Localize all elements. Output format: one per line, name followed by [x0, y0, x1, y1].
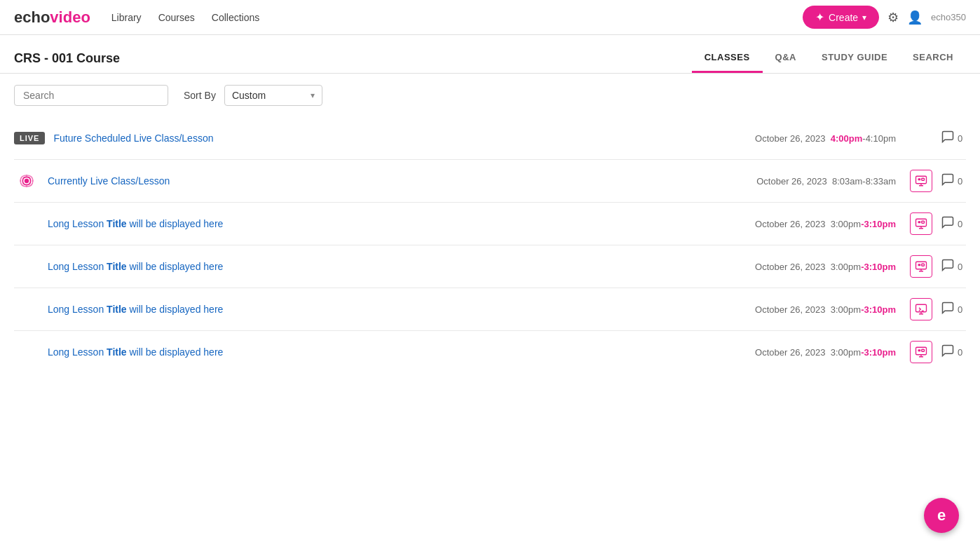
nav-library[interactable]: Library: [111, 12, 142, 23]
svg-rect-2: [918, 178, 921, 180]
capture-icon[interactable]: [910, 170, 932, 192]
lesson-date: October 26, 2023 3:00pm-3:10pm: [755, 219, 896, 229]
settings-icon[interactable]: ⚙: [887, 10, 899, 25]
comment-wrap: 0: [941, 301, 966, 318]
capture-icon[interactable]: [910, 341, 932, 363]
course-header: CRS - 001 Course CLASSES Q&A STUDY GUIDE…: [0, 35, 980, 74]
sort-label: Sort By: [184, 90, 216, 101]
capture-icon[interactable]: [910, 212, 932, 235]
capture-icon[interactable]: [910, 255, 932, 278]
lesson-row: Currently Live Class/Lesson October 26, …: [14, 160, 966, 203]
svg-rect-12: [916, 347, 927, 355]
comment-icon: [941, 215, 955, 233]
lesson-row: Long Lesson Title will be displayed here…: [14, 203, 966, 245]
comment-wrap: 0: [941, 173, 966, 190]
nav-courses[interactable]: Courses: [158, 12, 195, 23]
lesson-list: LIVE Future Scheduled Live Class/Lesson …: [0, 117, 980, 373]
svg-rect-6: [922, 221, 925, 223]
search-input-wrap[interactable]: [14, 85, 168, 106]
lesson-date: October 26, 2023 8:03am-8:33am: [756, 176, 896, 187]
comment-count: 0: [958, 304, 962, 315]
svg-rect-1: [916, 176, 927, 184]
comment-icon: [941, 130, 955, 147]
tab-qa[interactable]: Q&A: [763, 43, 809, 73]
lesson-title-3[interactable]: Long Lesson Title will be displayed here: [48, 304, 747, 315]
svg-rect-14: [922, 349, 925, 351]
svg-rect-13: [918, 349, 921, 351]
svg-rect-5: [918, 221, 921, 223]
lesson-row: Long Lesson Title will be displayed here…: [14, 245, 966, 288]
comment-wrap: 0: [941, 215, 966, 233]
create-label: Create: [829, 12, 858, 23]
comment-icon: [941, 344, 955, 361]
lesson-title-current-live[interactable]: Currently Live Class/Lesson: [48, 175, 748, 187]
comment-icon: [941, 173, 955, 190]
comment-wrap: 0: [941, 130, 966, 147]
lesson-row: Long Lesson Title will be displayed here…: [14, 331, 966, 373]
live-indicator-icon: [14, 174, 39, 188]
lesson-title-2[interactable]: Long Lesson Title will be displayed here: [48, 261, 747, 272]
lesson-title-future-live[interactable]: Future Scheduled Live Class/Lesson: [53, 133, 747, 144]
lesson-date: October 26, 2023 3:00pm-3:10pm: [755, 347, 896, 358]
nav-collections[interactable]: Collections: [212, 12, 259, 23]
svg-rect-10: [916, 304, 927, 312]
lesson-row: Long Lesson Title will be displayed here…: [14, 288, 966, 331]
tab-classes[interactable]: CLASSES: [692, 43, 763, 73]
comment-icon: [941, 258, 955, 276]
screen-icon[interactable]: [910, 298, 932, 320]
lesson-date: October 26, 2023 3:00pm-3:10pm: [755, 262, 896, 272]
lesson-title-4[interactable]: Long Lesson Title will be displayed here: [48, 346, 747, 358]
svg-rect-3: [922, 178, 925, 180]
comment-count: 0: [958, 262, 962, 272]
create-button[interactable]: ✦ Create ▾: [803, 6, 879, 29]
comment-wrap: 0: [941, 258, 966, 276]
logo-echo: echo: [14, 8, 50, 27]
course-tabs: CLASSES Q&A STUDY GUIDE SEARCH: [692, 43, 966, 73]
svg-rect-7: [916, 262, 927, 269]
chevron-down-icon: ▾: [862, 13, 866, 22]
comment-icon: [941, 301, 955, 318]
tab-study-guide[interactable]: STUDY GUIDE: [809, 43, 900, 73]
course-title: CRS - 001 Course: [14, 51, 120, 66]
svg-rect-4: [916, 219, 927, 227]
search-sort-bar: Sort By Custom Date Title Duration ▾: [0, 74, 980, 117]
echo350-label: echo350: [931, 12, 966, 22]
live-badge: LIVE: [14, 132, 45, 144]
top-nav: echovideo Library Courses Collections ✦ …: [0, 0, 980, 35]
sort-select[interactable]: Custom Date Title Duration: [232, 90, 305, 101]
comment-count: 0: [958, 347, 962, 358]
user-icon[interactable]: 👤: [907, 10, 923, 25]
comment-wrap: 0: [941, 344, 966, 361]
lesson-title-1[interactable]: Long Lesson Title will be displayed here: [48, 218, 747, 229]
nav-right: ✦ Create ▾ ⚙ 👤 echo350: [803, 6, 966, 29]
lesson-date: October 26, 2023 4:00pm-4:10pm: [755, 133, 896, 144]
comment-count: 0: [958, 133, 962, 144]
svg-rect-8: [918, 264, 921, 266]
comment-count: 0: [958, 219, 962, 229]
svg-rect-9: [922, 264, 925, 266]
lesson-row: LIVE Future Scheduled Live Class/Lesson …: [14, 117, 966, 160]
lesson-date: October 26, 2023 3:00pm-3:10pm: [755, 304, 896, 315]
logo[interactable]: echovideo: [14, 8, 90, 27]
svg-point-0: [25, 179, 29, 183]
sort-chevron-icon: ▾: [311, 90, 315, 100]
search-input[interactable]: [23, 90, 159, 101]
sort-select-wrap[interactable]: Custom Date Title Duration ▾: [224, 85, 322, 106]
tab-search[interactable]: SEARCH: [900, 43, 966, 73]
comment-count: 0: [958, 176, 962, 187]
logo-video: video: [50, 8, 90, 27]
create-spark-icon: ✦: [815, 11, 824, 24]
nav-links: Library Courses Collections: [111, 12, 803, 23]
